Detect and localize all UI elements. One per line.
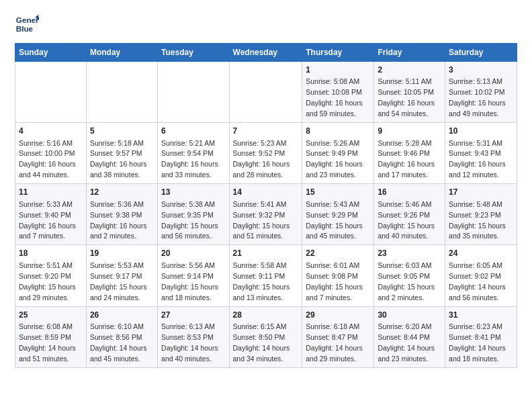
- day-number: 29: [306, 310, 370, 321]
- day-info: Sunrise: 6:15 AM Sunset: 8:50 PM Dayligh…: [233, 322, 290, 363]
- calendar-cell: 17Sunrise: 5:48 AM Sunset: 9:23 PM Dayli…: [445, 184, 517, 245]
- day-number: 10: [449, 126, 513, 137]
- calendar-cell: [86, 62, 157, 123]
- day-number: 22: [306, 248, 370, 259]
- header-day-saturday: Saturday: [445, 44, 517, 62]
- day-number: 31: [449, 310, 513, 321]
- calendar-cell: 5Sunrise: 5:18 AM Sunset: 9:57 PM Daylig…: [86, 123, 157, 184]
- calendar-cell: 9Sunrise: 5:28 AM Sunset: 9:46 PM Daylig…: [374, 123, 445, 184]
- day-number: 27: [161, 310, 225, 321]
- day-info: Sunrise: 6:23 AM Sunset: 8:41 PM Dayligh…: [449, 322, 506, 363]
- calendar-cell: 16Sunrise: 5:46 AM Sunset: 9:26 PM Dayli…: [374, 184, 445, 245]
- day-info: Sunrise: 6:20 AM Sunset: 8:44 PM Dayligh…: [378, 322, 435, 363]
- calendar-cell: 28Sunrise: 6:15 AM Sunset: 8:50 PM Dayli…: [229, 306, 302, 367]
- day-info: Sunrise: 5:31 AM Sunset: 9:43 PM Dayligh…: [449, 139, 506, 179]
- day-info: Sunrise: 5:11 AM Sunset: 10:05 PM Daylig…: [378, 77, 435, 118]
- calendar-cell: 3Sunrise: 5:13 AM Sunset: 10:02 PM Dayli…: [445, 62, 517, 123]
- calendar-cell: 29Sunrise: 6:18 AM Sunset: 8:47 PM Dayli…: [302, 306, 374, 367]
- header-day-friday: Friday: [374, 44, 445, 62]
- calendar-cell: 6Sunrise: 5:21 AM Sunset: 9:54 PM Daylig…: [158, 123, 229, 184]
- calendar-table: SundayMondayTuesdayWednesdayThursdayFrid…: [15, 43, 517, 368]
- day-number: 5: [90, 126, 154, 137]
- calendar-cell: 13Sunrise: 5:38 AM Sunset: 9:35 PM Dayli…: [158, 184, 229, 245]
- calendar-cell: 30Sunrise: 6:20 AM Sunset: 8:44 PM Dayli…: [374, 306, 445, 367]
- day-number: 21: [233, 248, 299, 259]
- header: General Blue: [15, 12, 517, 36]
- header-day-monday: Monday: [86, 44, 157, 62]
- calendar-cell: 11Sunrise: 5:33 AM Sunset: 9:40 PM Dayli…: [15, 184, 87, 245]
- day-info: Sunrise: 5:18 AM Sunset: 9:57 PM Dayligh…: [90, 139, 147, 179]
- day-number: 26: [90, 310, 154, 321]
- calendar-cell: 19Sunrise: 5:53 AM Sunset: 9:17 PM Dayli…: [86, 245, 157, 306]
- header-day-sunday: Sunday: [15, 44, 87, 62]
- day-info: Sunrise: 6:10 AM Sunset: 8:56 PM Dayligh…: [90, 322, 147, 363]
- calendar-cell: 12Sunrise: 5:36 AM Sunset: 9:38 PM Dayli…: [86, 184, 157, 245]
- day-info: Sunrise: 5:58 AM Sunset: 9:11 PM Dayligh…: [233, 261, 290, 302]
- day-info: Sunrise: 5:51 AM Sunset: 9:20 PM Dayligh…: [19, 261, 76, 302]
- calendar-week-row: 1Sunrise: 5:08 AM Sunset: 10:08 PM Dayli…: [15, 62, 517, 123]
- calendar-cell: 23Sunrise: 6:03 AM Sunset: 9:05 PM Dayli…: [374, 245, 445, 306]
- day-info: Sunrise: 6:18 AM Sunset: 8:47 PM Dayligh…: [306, 322, 363, 363]
- calendar-cell: 26Sunrise: 6:10 AM Sunset: 8:56 PM Dayli…: [86, 306, 157, 367]
- calendar-header-row: SundayMondayTuesdayWednesdayThursdayFrid…: [15, 44, 517, 62]
- calendar-cell: [15, 62, 87, 123]
- day-info: Sunrise: 5:56 AM Sunset: 9:14 PM Dayligh…: [161, 261, 218, 302]
- calendar-cell: 10Sunrise: 5:31 AM Sunset: 9:43 PM Dayli…: [445, 123, 517, 184]
- day-info: Sunrise: 5:28 AM Sunset: 9:46 PM Dayligh…: [378, 139, 435, 179]
- logo-icon: General Blue: [15, 12, 39, 36]
- day-info: Sunrise: 6:03 AM Sunset: 9:05 PM Dayligh…: [378, 261, 435, 302]
- day-number: 19: [90, 248, 154, 259]
- day-number: 8: [306, 126, 370, 137]
- day-number: 15: [306, 187, 370, 198]
- calendar-cell: 2Sunrise: 5:11 AM Sunset: 10:05 PM Dayli…: [374, 62, 445, 123]
- logo: General Blue: [15, 12, 39, 36]
- day-number: 30: [378, 310, 441, 321]
- calendar-cell: 18Sunrise: 5:51 AM Sunset: 9:20 PM Dayli…: [15, 245, 87, 306]
- day-number: 6: [161, 126, 225, 137]
- day-number: 7: [233, 126, 299, 137]
- day-info: Sunrise: 5:21 AM Sunset: 9:54 PM Dayligh…: [161, 139, 218, 179]
- day-info: Sunrise: 5:16 AM Sunset: 10:00 PM Daylig…: [19, 139, 76, 179]
- day-number: 28: [233, 310, 299, 321]
- calendar-cell: 8Sunrise: 5:26 AM Sunset: 9:49 PM Daylig…: [302, 123, 374, 184]
- day-info: Sunrise: 5:48 AM Sunset: 9:23 PM Dayligh…: [449, 200, 506, 240]
- day-number: 17: [449, 187, 513, 198]
- header-day-tuesday: Tuesday: [158, 44, 229, 62]
- day-number: 4: [19, 126, 83, 137]
- day-number: 2: [378, 64, 441, 76]
- calendar-cell: 7Sunrise: 5:23 AM Sunset: 9:52 PM Daylig…: [229, 123, 302, 184]
- calendar-cell: 15Sunrise: 5:43 AM Sunset: 9:29 PM Dayli…: [302, 184, 374, 245]
- day-info: Sunrise: 6:13 AM Sunset: 8:53 PM Dayligh…: [161, 322, 218, 363]
- day-number: 16: [378, 187, 441, 198]
- calendar-week-row: 25Sunrise: 6:08 AM Sunset: 8:59 PM Dayli…: [15, 306, 517, 367]
- calendar-cell: 20Sunrise: 5:56 AM Sunset: 9:14 PM Dayli…: [158, 245, 229, 306]
- calendar-week-row: 18Sunrise: 5:51 AM Sunset: 9:20 PM Dayli…: [15, 245, 517, 306]
- day-info: Sunrise: 6:01 AM Sunset: 9:08 PM Dayligh…: [306, 261, 363, 302]
- day-number: 18: [19, 248, 83, 259]
- day-number: 11: [19, 187, 83, 198]
- header-day-wednesday: Wednesday: [229, 44, 302, 62]
- day-number: 20: [161, 248, 225, 259]
- calendar-cell: 1Sunrise: 5:08 AM Sunset: 10:08 PM Dayli…: [302, 62, 374, 123]
- day-info: Sunrise: 5:08 AM Sunset: 10:08 PM Daylig…: [306, 77, 363, 118]
- day-info: Sunrise: 5:33 AM Sunset: 9:40 PM Dayligh…: [19, 200, 76, 240]
- calendar-cell: [229, 62, 302, 123]
- day-info: Sunrise: 5:43 AM Sunset: 9:29 PM Dayligh…: [306, 200, 363, 240]
- calendar-cell: [158, 62, 229, 123]
- day-number: 13: [161, 187, 225, 198]
- day-info: Sunrise: 6:08 AM Sunset: 8:59 PM Dayligh…: [19, 322, 76, 363]
- day-info: Sunrise: 5:26 AM Sunset: 9:49 PM Dayligh…: [306, 139, 363, 179]
- calendar-cell: 21Sunrise: 5:58 AM Sunset: 9:11 PM Dayli…: [229, 245, 302, 306]
- day-info: Sunrise: 5:38 AM Sunset: 9:35 PM Dayligh…: [161, 200, 218, 240]
- day-number: 14: [233, 187, 299, 198]
- calendar-cell: 25Sunrise: 6:08 AM Sunset: 8:59 PM Dayli…: [15, 306, 87, 367]
- day-info: Sunrise: 5:46 AM Sunset: 9:26 PM Dayligh…: [378, 200, 435, 240]
- calendar-cell: 24Sunrise: 6:05 AM Sunset: 9:02 PM Dayli…: [445, 245, 517, 306]
- day-info: Sunrise: 5:41 AM Sunset: 9:32 PM Dayligh…: [233, 200, 290, 240]
- calendar-week-row: 11Sunrise: 5:33 AM Sunset: 9:40 PM Dayli…: [15, 184, 517, 245]
- day-info: Sunrise: 5:23 AM Sunset: 9:52 PM Dayligh…: [233, 139, 290, 179]
- calendar-cell: 4Sunrise: 5:16 AM Sunset: 10:00 PM Dayli…: [15, 123, 87, 184]
- day-number: 25: [19, 310, 83, 321]
- day-number: 9: [378, 126, 441, 137]
- header-day-thursday: Thursday: [302, 44, 374, 62]
